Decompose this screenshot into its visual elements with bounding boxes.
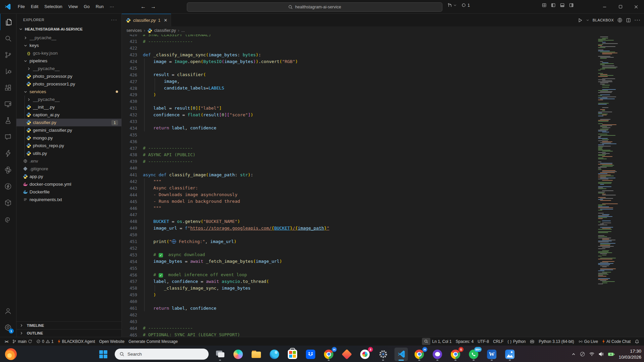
code-line[interactable]: 445 - Runs model in background thread bbox=[122, 198, 597, 205]
line-number[interactable]: 456 bbox=[122, 273, 137, 278]
code-line[interactable]: 425 bbox=[122, 65, 597, 71]
section-timeline[interactable]: TIMELINE bbox=[16, 321, 121, 329]
taskbar-copilot[interactable] bbox=[231, 348, 245, 361]
line-number[interactable]: 430 bbox=[122, 99, 137, 104]
tree-item-utils.py[interactable]: utils.py bbox=[16, 149, 121, 157]
explorer-more-actions[interactable]: ··· bbox=[111, 17, 117, 22]
customize-layout-icon[interactable] bbox=[542, 3, 547, 8]
line-number[interactable]: 439 bbox=[122, 159, 137, 164]
tree-item-mongo.py[interactable]: mongo.py bbox=[16, 134, 121, 142]
activity-source-control[interactable] bbox=[0, 47, 16, 63]
line-number[interactable]: 464 bbox=[122, 326, 137, 331]
menu-file[interactable]: File bbox=[15, 2, 28, 11]
line-number[interactable]: 465 bbox=[122, 333, 137, 337]
chevron-up-icon[interactable] bbox=[571, 352, 576, 357]
line-number[interactable]: 447 bbox=[122, 212, 137, 217]
status-open-website[interactable]: Open Website bbox=[97, 338, 126, 345]
status-copilot-status[interactable] bbox=[528, 338, 537, 345]
code-line[interactable]: 433 bbox=[122, 118, 597, 125]
activity-testing[interactable] bbox=[0, 112, 16, 129]
line-number[interactable]: 453 bbox=[122, 252, 137, 257]
code-line[interactable]: 454 image_bytes = await _fetch_image_byt… bbox=[122, 258, 597, 265]
line-number[interactable]: 438 bbox=[122, 152, 137, 157]
code-line[interactable]: 420# SYNC CLASSIFY (INTERNAL) bbox=[122, 35, 597, 38]
tab-classifier[interactable]: classifier.py 1 ✕ bbox=[122, 14, 171, 26]
status-generate-commit-message[interactable]: Generate Commit Message bbox=[126, 338, 180, 345]
status-eol[interactable]: CRLF bbox=[491, 338, 505, 345]
line-number[interactable]: 463 bbox=[122, 319, 137, 324]
activity-chat[interactable] bbox=[0, 129, 16, 145]
section-outline[interactable]: OUTLINE bbox=[16, 329, 121, 337]
line-number[interactable]: 457 bbox=[122, 279, 137, 284]
code-line[interactable]: 431 label = result[0]["label"] bbox=[122, 105, 597, 112]
code-line[interactable]: 464# ----------------- bbox=[122, 325, 597, 331]
code-line[interactable]: 451 print(" Fetching:", image_url) bbox=[122, 238, 597, 245]
tree-item-services[interactable]: services bbox=[16, 88, 121, 96]
line-number[interactable]: 459 bbox=[122, 292, 137, 297]
nav-back-icon[interactable]: ← bbox=[141, 4, 146, 10]
taskbar-dropbox[interactable] bbox=[304, 348, 317, 361]
line-number[interactable]: 451 bbox=[122, 239, 137, 244]
wifi-icon[interactable] bbox=[589, 351, 595, 357]
activity-account[interactable] bbox=[0, 303, 16, 319]
activity-extensions[interactable] bbox=[0, 79, 16, 96]
code-line[interactable]: 429 ) bbox=[122, 92, 597, 98]
line-number[interactable]: 429 bbox=[122, 92, 137, 97]
code-line[interactable]: 452 bbox=[122, 245, 597, 252]
line-number[interactable]: 433 bbox=[122, 119, 137, 124]
status-ai-code-chat[interactable]: AI Code Chat bbox=[600, 338, 633, 345]
taskbar-search[interactable]: Search bbox=[115, 349, 209, 360]
line-number[interactable]: 422 bbox=[122, 46, 137, 51]
line-number[interactable]: 448 bbox=[122, 219, 137, 224]
taskbar-diamond-app[interactable] bbox=[340, 348, 354, 361]
tree-item-photo_processor1.py[interactable]: photo_processor1.py bbox=[16, 80, 121, 88]
line-number[interactable]: 462 bbox=[122, 312, 137, 317]
line-number[interactable]: 421 bbox=[122, 39, 137, 44]
code-line[interactable]: 421# ----------------- bbox=[122, 38, 597, 45]
taskbar-photos[interactable] bbox=[503, 348, 517, 361]
firefox-icon[interactable] bbox=[5, 348, 17, 360]
toggle-panel-icon[interactable] bbox=[560, 3, 565, 8]
status-go-live[interactable]: Go Live bbox=[576, 338, 600, 345]
search-box[interactable]: healthstagram-ai-service bbox=[187, 2, 442, 12]
code-line[interactable]: 453 # ✓ async download bbox=[122, 251, 597, 258]
status-python-interpreter[interactable]: Python 3.13 (64-bit) bbox=[537, 338, 576, 345]
taskbar-windows-start[interactable] bbox=[97, 348, 110, 361]
project-section-header[interactable]: HEALTHSTAGRAM-AI-SERVICE bbox=[16, 25, 121, 33]
tree-item-photos_repo.py[interactable]: photos_repo.py bbox=[16, 142, 121, 149]
tree-item-__pycache__[interactable]: __pycache__ bbox=[16, 65, 121, 72]
battery-icon[interactable] bbox=[608, 352, 615, 357]
run-button[interactable] bbox=[578, 18, 583, 23]
remote-window-button[interactable] bbox=[447, 3, 457, 8]
activity-thunder-client[interactable] bbox=[0, 178, 16, 194]
taskbar-whatsapp[interactable]: 99+ bbox=[467, 348, 480, 361]
code-line[interactable]: 439# ----------------- bbox=[122, 158, 597, 165]
line-number[interactable]: 443 bbox=[122, 186, 137, 191]
code-line[interactable]: 430 bbox=[122, 98, 597, 105]
line-number[interactable]: 436 bbox=[122, 139, 137, 144]
tree-item-requirements.txt[interactable]: requirements.txt bbox=[16, 196, 121, 203]
activity-explorer[interactable] bbox=[0, 14, 16, 30]
code-line[interactable]: 436 bbox=[122, 138, 597, 145]
line-number[interactable]: 428 bbox=[122, 86, 137, 91]
code-line[interactable]: 422 bbox=[122, 45, 597, 52]
taskbar-microsoft-store[interactable] bbox=[286, 348, 299, 361]
status-language-mode[interactable]: { }Python bbox=[505, 338, 528, 345]
split-editor-icon[interactable] bbox=[626, 18, 631, 23]
line-number[interactable]: 440 bbox=[122, 166, 137, 171]
taskbar-edge[interactable] bbox=[268, 348, 281, 361]
tree-item-Dockerfile[interactable]: Dockerfile bbox=[16, 188, 121, 196]
taskbar-clock[interactable]: 17:3010/03/2026 bbox=[619, 348, 641, 360]
toggle-sidebar-icon[interactable] bbox=[551, 3, 556, 8]
code-line[interactable]: 423def _classify_image_sync(image_bytes:… bbox=[122, 52, 597, 58]
code-line[interactable]: 460 bbox=[122, 298, 597, 305]
activity-search[interactable] bbox=[0, 30, 16, 47]
code-line[interactable]: 450 bbox=[122, 232, 597, 238]
tree-item-gemini_classifier.py[interactable]: gemini_classifier.py bbox=[16, 126, 121, 134]
editor-more-actions[interactable]: ··· bbox=[634, 17, 641, 23]
line-number[interactable]: 441 bbox=[122, 172, 137, 177]
taskbar-chrome-profile-h-2[interactable]: H bbox=[413, 348, 426, 361]
line-number[interactable]: 445 bbox=[122, 199, 137, 204]
tree-item-gcs-key.json[interactable]: {}gcs-key.json bbox=[16, 49, 121, 57]
code-line[interactable]: 444 - Downloads image asynchronously bbox=[122, 191, 597, 198]
